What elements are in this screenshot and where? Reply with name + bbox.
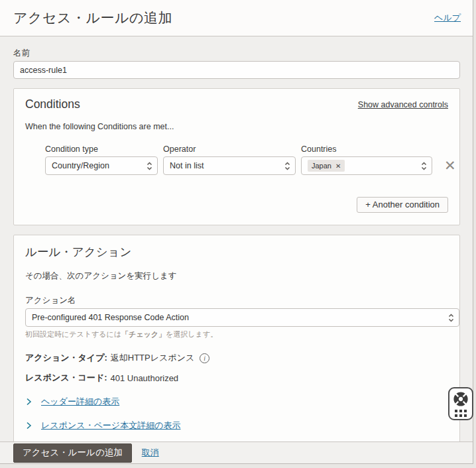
conditions-panel-head: Conditions Show advanced controls — [25, 97, 448, 111]
action-name-select[interactable]: Pre-configured 401 Response Code Action — [25, 308, 459, 327]
operator-group: Operator Not in list — [163, 145, 296, 175]
remove-condition-icon[interactable]: ✕ — [444, 156, 456, 175]
operator-value: Not in list — [170, 161, 204, 170]
condition-type-label: Condition type — [45, 145, 158, 154]
response-code-value: 401 Unauthorized — [110, 373, 178, 383]
action-type-label: アクション・タイプ: — [25, 352, 107, 364]
header-details-link[interactable]: ヘッダー詳細の表示 — [41, 396, 119, 408]
help-widget[interactable] — [448, 387, 473, 420]
add-access-rule-page: アクセス・ルールの追加 ヘルプ 名前 Conditions Show advan… — [0, 0, 473, 464]
cancel-link[interactable]: 取消 — [142, 447, 159, 459]
rule-action-panel: ルール・アクション その場合、次のアクションを実行します アクション名 Pre-… — [13, 235, 460, 441]
condition-type-select[interactable]: Country/Region — [45, 156, 158, 175]
conditions-title: Conditions — [25, 97, 80, 111]
action-type-value: 返却HTTPレスポンス — [111, 352, 194, 364]
select-spinner-icon — [284, 162, 290, 170]
action-type-row: アクション・タイプ: 返却HTTPレスポンス i — [25, 352, 448, 364]
name-input[interactable] — [13, 61, 460, 79]
help-link[interactable]: ヘルプ — [434, 12, 461, 24]
select-spinner-icon — [448, 314, 454, 322]
select-spinner-icon — [147, 162, 152, 170]
condition-type-value: Country/Region — [52, 161, 109, 170]
info-icon[interactable]: i — [200, 353, 209, 363]
page-header: アクセス・ルールの追加 ヘルプ — [0, 0, 473, 36]
body-details-toggle: レスポンス・ページ本文詳細の表示 — [25, 420, 448, 432]
submit-button[interactable]: アクセス・ルールの追加 — [13, 443, 132, 463]
countries-group: Countries Japan ✕ — [301, 145, 432, 175]
chevron-right-icon[interactable] — [25, 398, 32, 406]
action-name-value: Pre-configured 401 Response Code Action — [32, 313, 189, 322]
conditions-intro: When the following Conditions are met... — [25, 122, 448, 131]
chevron-right-icon[interactable] — [25, 422, 32, 430]
condition-type-group: Condition type Country/Region — [45, 145, 158, 175]
countries-label: Countries — [301, 145, 432, 154]
countries-select[interactable]: Japan ✕ — [301, 156, 432, 175]
another-condition-button[interactable]: + Another condition — [357, 197, 448, 213]
another-condition-row: + Another condition — [25, 197, 448, 213]
country-tag: Japan ✕ — [308, 160, 345, 172]
country-tag-remove-icon[interactable]: ✕ — [335, 162, 341, 170]
page-title: アクセス・ルールの追加 — [13, 9, 172, 27]
action-helper-text: 初回設定時にテストするには「チェック」を選択します。 — [25, 329, 448, 339]
operator-label: Operator — [163, 145, 296, 154]
name-field-group: 名前 — [13, 48, 460, 79]
condition-row: Condition type Country/Region Operator N… — [25, 145, 448, 175]
rule-action-title: ルール・アクション — [25, 244, 448, 260]
show-advanced-controls-link[interactable]: Show advanced controls — [358, 100, 448, 109]
select-spinner-icon — [421, 162, 427, 170]
life-buoy-icon — [453, 391, 469, 407]
page-footer: アクセス・ルールの追加 取消 — [0, 441, 473, 463]
name-label: 名前 — [13, 48, 460, 59]
response-code-row: レスポンス・コード: 401 Unauthorized — [25, 372, 448, 384]
conditions-panel: Conditions Show advanced controls When t… — [13, 88, 460, 225]
page-body: 名前 Conditions Show advanced controls Whe… — [0, 36, 473, 441]
drag-grid-icon[interactable] — [455, 410, 467, 417]
country-tag-label: Japan — [312, 162, 331, 170]
rule-action-intro: その場合、次のアクションを実行します — [25, 270, 448, 282]
action-name-label: アクション名 — [25, 295, 448, 306]
header-details-toggle: ヘッダー詳細の表示 — [25, 396, 448, 408]
operator-select[interactable]: Not in list — [163, 156, 296, 175]
body-details-link[interactable]: レスポンス・ページ本文詳細の表示 — [41, 420, 180, 432]
response-code-label: レスポンス・コード: — [25, 372, 107, 384]
